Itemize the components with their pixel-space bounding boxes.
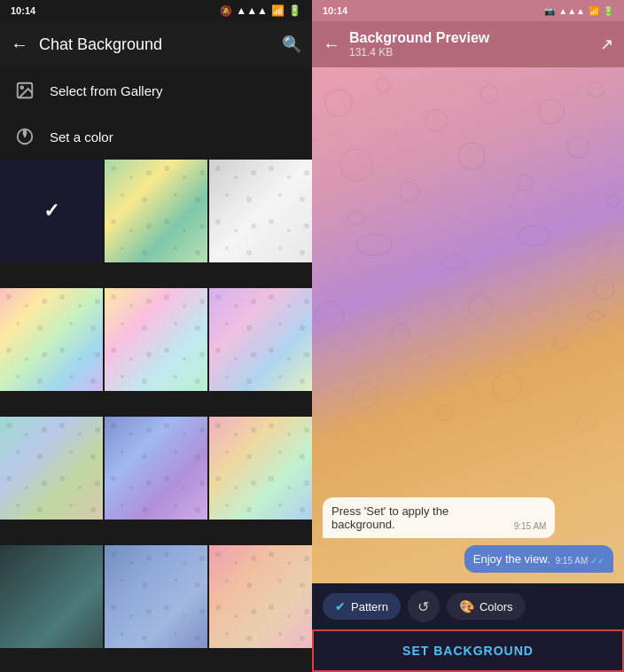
right-status-icons: 📷 ▲▲▲ 📶 🔋 (544, 6, 613, 16)
right-status-bar: 10:14 📷 ▲▲▲ 📶 🔋 (312, 0, 624, 21)
color-icon (14, 126, 35, 147)
refresh-icon: ↺ (417, 598, 429, 615)
colors-icon: 🎨 (459, 599, 474, 613)
svg-point-25 (493, 372, 521, 401)
svg-point-17 (518, 226, 550, 246)
bg-cell-8[interactable] (209, 417, 312, 520)
refresh-button[interactable]: ↺ (408, 590, 440, 622)
svg-point-8 (588, 82, 604, 98)
message-received: Press 'Set' to apply the background. 9:1… (323, 497, 555, 538)
signal-icon: 📶 (271, 4, 285, 17)
share-button[interactable]: ↗ (600, 35, 613, 54)
bg-cell-0[interactable]: ✓ (0, 160, 103, 262)
bg-cell-7[interactable] (105, 417, 207, 520)
bg-cell-5[interactable] (209, 288, 312, 391)
right-battery-icon: 🔋 (603, 6, 613, 16)
left-status-icons: 🔕 ▲▲▲ 📶 🔋 (220, 4, 301, 17)
svg-text:✦: ✦ (392, 130, 399, 140)
svg-point-7 (539, 99, 564, 124)
right-panel: 10:14 📷 ▲▲▲ 📶 🔋 ← Background Preview 131… (312, 0, 624, 672)
message-text-received: Press 'Set' to apply the background. (332, 504, 509, 531)
message-text-sent: Enjoy the view. (473, 552, 550, 566)
svg-point-26 (577, 412, 597, 432)
set-background-bar[interactable]: SET BACKGROUND (312, 629, 624, 672)
gallery-icon (14, 80, 35, 101)
right-back-button[interactable]: ← (323, 35, 340, 55)
left-top-bar: ← Chat Background 🔍 (0, 21, 312, 67)
left-panel: 10:14 🔕 ▲▲▲ 📶 🔋 ← Chat Background 🔍 Sele… (0, 0, 312, 672)
svg-point-3 (325, 90, 352, 116)
bg-cell-11[interactable] (209, 545, 312, 648)
svg-point-21 (553, 335, 567, 349)
bg-cell-9[interactable] (0, 545, 103, 648)
wifi-icon: ▲▲▲ (236, 4, 268, 17)
doodle-pattern: ✦ ✦ ✦ ✦ ✦ (312, 67, 624, 511)
svg-point-6 (480, 85, 498, 103)
background-grid: ✓ (0, 160, 312, 672)
svg-point-19 (392, 324, 410, 342)
colors-label: Colors (480, 600, 513, 613)
message-sent: Enjoy the view. 9:15 AM ✓✓ (464, 545, 613, 573)
back-button[interactable]: ← (11, 35, 28, 55)
set-background-label: SET BACKGROUND (402, 644, 534, 658)
message-time-sent: 9:15 AM ✓✓ (556, 556, 604, 566)
bg-cell-10[interactable] (105, 545, 207, 648)
right-status-time: 10:14 (323, 5, 347, 16)
gallery-menu-item[interactable]: Select from Gallery (0, 67, 312, 113)
pattern-label: Pattern (351, 600, 388, 613)
page-title: Chat Background (39, 35, 271, 54)
pattern-icon: ✔ (335, 599, 346, 613)
left-status-time: 10:14 (11, 5, 35, 16)
mute-icon: 🔕 (220, 5, 232, 17)
bg-cell-3[interactable] (0, 288, 103, 391)
svg-point-18 (316, 301, 344, 330)
left-status-bar: 10:14 🔕 ▲▲▲ 📶 🔋 (0, 0, 312, 21)
bg-cell-2[interactable] (209, 160, 312, 262)
color-menu-item[interactable]: Set a color (0, 113, 312, 160)
svg-text:✦: ✦ (507, 203, 513, 211)
right-wifi-icon: ▲▲▲ (558, 6, 585, 16)
controls-bar: ✔ Pattern ↺ 🎨 Colors (312, 583, 624, 629)
right-signal-icon: 📶 (589, 6, 599, 16)
svg-point-14 (607, 194, 620, 207)
preview-subtitle: 131.4 KB (349, 46, 591, 59)
battery-icon: 🔋 (288, 4, 301, 17)
chat-messages-container: Press 'Set' to apply the background. 9:1… (312, 487, 624, 583)
gallery-label: Select from Gallery (50, 83, 163, 98)
svg-point-24 (437, 405, 453, 421)
svg-point-4 (376, 78, 390, 92)
chat-background: ✦ ✦ ✦ ✦ ✦ Press 'Set' to apply the backg… (312, 67, 624, 583)
colors-button[interactable]: 🎨 Colors (447, 593, 526, 620)
svg-point-15 (356, 234, 392, 255)
svg-point-16 (441, 255, 466, 270)
svg-point-13 (567, 137, 589, 158)
svg-point-12 (517, 175, 533, 191)
svg-text:✦: ✦ (569, 212, 575, 220)
selected-check: ✓ (43, 199, 59, 223)
svg-point-20 (469, 295, 492, 318)
bg-cell-4[interactable] (105, 288, 207, 391)
svg-point-23 (353, 383, 378, 408)
svg-point-22 (595, 279, 614, 299)
preview-title: Background Preview (349, 30, 591, 46)
svg-point-5 (425, 110, 447, 131)
color-label: Set a color (50, 129, 113, 145)
bg-cell-1[interactable] (105, 160, 207, 262)
svg-point-9 (340, 149, 372, 181)
pattern-button[interactable]: ✔ Pattern (323, 593, 401, 620)
svg-point-1 (20, 86, 23, 89)
search-button[interactable]: 🔍 (282, 35, 301, 54)
bg-cell-6[interactable] (0, 417, 103, 520)
camera-icon: 📷 (544, 6, 555, 16)
message-time-received: 9:15 AM (514, 521, 547, 531)
svg-text:✦: ✦ (427, 354, 433, 362)
svg-text:✦: ✦ (604, 237, 612, 246)
preview-info: Background Preview 131.4 KB (349, 30, 591, 59)
right-top-bar: ← Background Preview 131.4 KB ↗ (312, 21, 624, 67)
svg-point-10 (400, 182, 419, 201)
svg-point-11 (458, 143, 485, 169)
